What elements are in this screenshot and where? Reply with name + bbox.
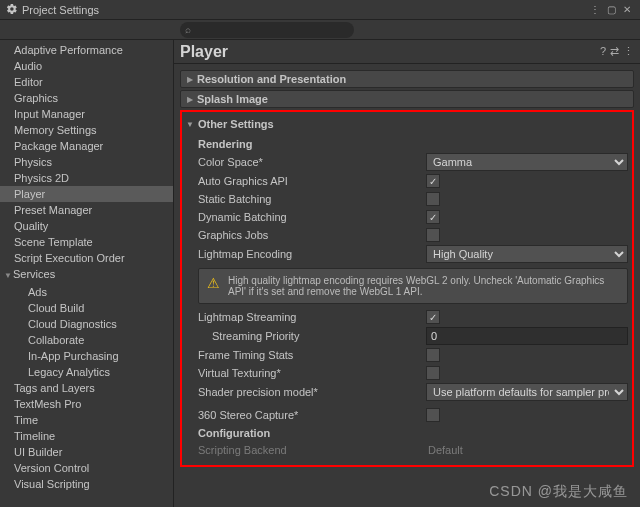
- sidebar-item-time[interactable]: Time: [0, 412, 173, 428]
- sidebar-item-label: Visual Scripting: [14, 478, 90, 490]
- sidebar-item-editor[interactable]: Editor: [0, 74, 173, 90]
- sidebar-item-in-app-purchasing[interactable]: In-App Purchasing: [0, 348, 173, 364]
- sidebar-item-cloud-diagnostics[interactable]: Cloud Diagnostics: [0, 316, 173, 332]
- sidebar-item-textmesh-pro[interactable]: TextMesh Pro: [0, 396, 173, 412]
- sidebar-item-label: Physics: [14, 156, 52, 168]
- rendering-heading: Rendering: [186, 134, 628, 152]
- close-icon[interactable]: ✕: [620, 3, 634, 17]
- chevron-down-icon: ▼: [186, 120, 194, 129]
- sidebar-item-script-execution-order[interactable]: Script Execution Order: [0, 250, 173, 266]
- sidebar-item-physics-2d[interactable]: Physics 2D: [0, 170, 173, 186]
- warning-icon: ⚠: [207, 275, 220, 297]
- graphics-jobs-checkbox[interactable]: [426, 228, 440, 242]
- sidebar-item-label: Legacy Analytics: [28, 366, 110, 378]
- static-batching-checkbox[interactable]: [426, 192, 440, 206]
- stereo-capture-checkbox[interactable]: [426, 408, 440, 422]
- dynamic-batching-checkbox[interactable]: ✓: [426, 210, 440, 224]
- sidebar-item-label: Tags and Layers: [14, 382, 95, 394]
- search-input[interactable]: [180, 22, 354, 38]
- sidebar-item-label: Quality: [14, 220, 48, 232]
- sidebar-item-version-control[interactable]: Version Control: [0, 460, 173, 476]
- chevron-right-icon: ▶: [187, 75, 193, 84]
- sidebar-item-label: Cloud Build: [28, 302, 84, 314]
- search-bar: ⌕: [0, 20, 640, 40]
- lightmap-encoding-dropdown[interactable]: High Quality: [426, 245, 628, 263]
- sidebar-item-label: Package Manager: [14, 140, 103, 152]
- virtual-texturing-label: Virtual Texturing*: [198, 367, 426, 379]
- window-titlebar: Project Settings ⋮ ▢ ✕: [0, 0, 640, 20]
- static-batching-label: Static Batching: [198, 193, 426, 205]
- section-other[interactable]: ▼ Other Settings: [186, 116, 628, 132]
- sidebar-item-label: Audio: [14, 60, 42, 72]
- dynamic-batching-label: Dynamic Batching: [198, 211, 426, 223]
- configuration-heading: Configuration: [186, 423, 628, 441]
- sidebar-item-label: Collaborate: [28, 334, 84, 346]
- settings-sidebar[interactable]: Adaptive PerformanceAudioEditorGraphicsI…: [0, 40, 174, 507]
- sidebar-item-ads[interactable]: Ads: [0, 284, 173, 300]
- shader-precision-dropdown[interactable]: Use platform defaults for sampler precis…: [426, 383, 628, 401]
- sidebar-item-label: Timeline: [14, 430, 55, 442]
- more-icon[interactable]: ⋮: [623, 45, 634, 58]
- maximize-icon[interactable]: ▢: [604, 3, 618, 17]
- help-icon[interactable]: ?: [600, 45, 606, 58]
- window-controls: ⋮ ▢ ✕: [588, 3, 634, 17]
- page-title: Player: [180, 43, 600, 61]
- gear-icon: [6, 3, 18, 17]
- content-panel: Player ? ⇄ ⋮ ▶ Resolution and Presentati…: [174, 40, 640, 507]
- warning-box: ⚠ High quality lightmap encoding require…: [198, 268, 628, 304]
- lightmap-encoding-label: Lightmap Encoding: [198, 248, 426, 260]
- streaming-priority-input[interactable]: [426, 327, 628, 345]
- sidebar-item-preset-manager[interactable]: Preset Manager: [0, 202, 173, 218]
- sidebar-item-label: Cloud Diagnostics: [28, 318, 117, 330]
- section-resolution[interactable]: ▶ Resolution and Presentation: [180, 70, 634, 88]
- sidebar-item-input-manager[interactable]: Input Manager: [0, 106, 173, 122]
- sidebar-item-label: Graphics: [14, 92, 58, 104]
- shader-precision-label: Shader precision model*: [198, 386, 426, 398]
- virtual-texturing-checkbox[interactable]: [426, 366, 440, 380]
- sidebar-item-label: Preset Manager: [14, 204, 92, 216]
- sidebar-item-package-manager[interactable]: Package Manager: [0, 138, 173, 154]
- sidebar-item-label: Scene Template: [14, 236, 93, 248]
- sidebar-item-scene-template[interactable]: Scene Template: [0, 234, 173, 250]
- highlight-box: ▼ Other Settings Rendering Color Space*G…: [180, 110, 634, 467]
- sidebar-item-label: Time: [14, 414, 38, 426]
- auto-graphics-label: Auto Graphics API: [198, 175, 426, 187]
- sidebar-item-timeline[interactable]: Timeline: [0, 428, 173, 444]
- sidebar-item-cloud-build[interactable]: Cloud Build: [0, 300, 173, 316]
- sidebar-item-collaborate[interactable]: Collaborate: [0, 332, 173, 348]
- menu-icon[interactable]: ⋮: [588, 3, 602, 17]
- sidebar-item-adaptive-performance[interactable]: Adaptive Performance: [0, 42, 173, 58]
- window-title: Project Settings: [22, 4, 588, 16]
- auto-graphics-checkbox[interactable]: ✓: [426, 174, 440, 188]
- stereo-capture-label: 360 Stereo Capture*: [198, 409, 426, 421]
- sidebar-item-label: Adaptive Performance: [14, 44, 123, 56]
- sidebar-item-audio[interactable]: Audio: [0, 58, 173, 74]
- color-space-dropdown[interactable]: Gamma: [426, 153, 628, 171]
- sidebar-item-physics[interactable]: Physics: [0, 154, 173, 170]
- sidebar-item-memory-settings[interactable]: Memory Settings: [0, 122, 173, 138]
- sidebar-item-services[interactable]: ▼Services: [0, 266, 173, 284]
- section-splash[interactable]: ▶ Splash Image: [180, 90, 634, 108]
- sidebar-item-label: Memory Settings: [14, 124, 97, 136]
- sidebar-item-graphics[interactable]: Graphics: [0, 90, 173, 106]
- sidebar-item-quality[interactable]: Quality: [0, 218, 173, 234]
- sidebar-item-legacy-analytics[interactable]: Legacy Analytics: [0, 364, 173, 380]
- lightmap-streaming-checkbox[interactable]: ✓: [426, 310, 440, 324]
- frame-timing-checkbox[interactable]: [426, 348, 440, 362]
- color-space-label: Color Space*: [198, 156, 426, 168]
- sidebar-item-label: Editor: [14, 76, 43, 88]
- content-header: Player ? ⇄ ⋮: [174, 40, 640, 64]
- sidebar-item-visual-scripting[interactable]: Visual Scripting: [0, 476, 173, 492]
- streaming-priority-label: Streaming Priority: [198, 330, 426, 342]
- sidebar-item-label: In-App Purchasing: [28, 350, 119, 362]
- sidebar-item-label: Version Control: [14, 462, 89, 474]
- sidebar-item-label: UI Builder: [14, 446, 62, 458]
- content-scroll[interactable]: ▶ Resolution and Presentation ▶ Splash I…: [174, 64, 640, 507]
- sidebar-item-label: Script Execution Order: [14, 252, 125, 264]
- sidebar-item-ui-builder[interactable]: UI Builder: [0, 444, 173, 460]
- sidebar-item-tags-and-layers[interactable]: Tags and Layers: [0, 380, 173, 396]
- sidebar-item-label: Player: [14, 188, 45, 200]
- preset-icon[interactable]: ⇄: [610, 45, 619, 58]
- sidebar-item-player[interactable]: Player: [0, 186, 173, 202]
- frame-timing-label: Frame Timing Stats: [198, 349, 426, 361]
